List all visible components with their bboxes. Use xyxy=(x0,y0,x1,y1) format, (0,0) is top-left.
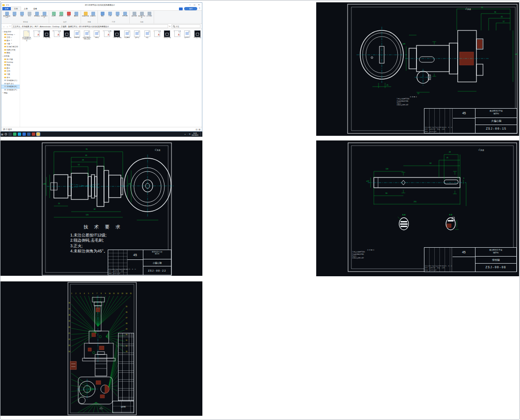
start-button[interactable]: ⊞ xyxy=(1,133,3,136)
ribbon-button[interactable]: 全部选择 xyxy=(131,11,138,21)
tray-icon[interactable]: ◌ xyxy=(187,133,188,135)
file-item[interactable]: 总装图.dwg xyxy=(193,30,202,38)
breadcrumb[interactable]: 主文件夹›本地磁盘 (E:)›用户›Administrator›Desktop›… xyxy=(12,24,168,28)
ribbon-button[interactable]: 复制路径 xyxy=(33,11,40,21)
ribbon-button[interactable]: 移动到 xyxy=(50,11,57,21)
window-titlebar[interactable]: ▾ ↻ 榨汁机研究设计及传动系统建模设计 – □ × xyxy=(1,3,202,7)
breadcrumb-item[interactable]: 大箱盖 xyxy=(61,25,67,28)
taskbar-app-browser[interactable] xyxy=(22,133,26,136)
file-item[interactable]: 榨汁机研究设计说明(必读).txt xyxy=(22,30,31,42)
sidebar-item[interactable]: 新建文件夹 xyxy=(1,48,20,52)
file-item[interactable]: A打包图.dwg xyxy=(32,30,41,32)
ribbon-button[interactable]: 复制到 xyxy=(58,11,65,21)
taskbar-app-explorer[interactable] xyxy=(37,133,40,136)
sidebar-section-header[interactable]: ∨此电脑 xyxy=(1,54,20,58)
sidebar-item[interactable]: 本地磁盘 (C:) xyxy=(1,79,20,82)
sidebar-item[interactable]: 文档✦ xyxy=(1,36,20,39)
sidebar-item[interactable]: 图片 xyxy=(1,66,20,70)
sidebar-item[interactable]: 视频 xyxy=(1,63,20,66)
thumbnail-view-icon[interactable]: ▦ xyxy=(199,128,201,131)
show-desktop-button[interactable] xyxy=(201,132,201,136)
file-item[interactable]: 小偏心轴.dwg xyxy=(112,30,122,38)
clock[interactable]: 10:25 2021/8/21 xyxy=(192,133,198,136)
sidebar-item[interactable]: 下载 xyxy=(1,73,20,76)
help-icon[interactable]: ? xyxy=(199,7,200,10)
ribbon-button[interactable]: 重命名 xyxy=(73,11,80,21)
list-view-icon[interactable]: ▤ xyxy=(195,128,197,131)
sidebar-item[interactable]: 软件 (D:) xyxy=(1,82,20,85)
maximize-button[interactable]: □ xyxy=(194,4,195,6)
ribbon-button[interactable]: 固定到快速访问 xyxy=(3,11,10,21)
breadcrumb-item[interactable]: 用户 xyxy=(35,25,38,28)
up-button[interactable]: ↑ xyxy=(9,25,11,28)
ribbon-button[interactable]: 历史记录 xyxy=(121,11,128,21)
sidebar-item[interactable]: 10.偏心轴文档 xyxy=(1,45,20,48)
ribbon-button[interactable]: 新建文件夹 xyxy=(82,11,89,21)
refresh-icon[interactable]: ↻ xyxy=(169,25,171,28)
back-button[interactable]: ← xyxy=(3,25,5,28)
taskbar-app-autocad[interactable] xyxy=(32,133,35,136)
sidebar-section-header[interactable]: ∨网络 xyxy=(1,91,20,95)
file-item[interactable]: 论文 xyxy=(142,30,152,38)
file-item[interactable]: A大偏心轴.dwg xyxy=(52,30,61,32)
ribbon-button[interactable]: 删除 xyxy=(65,11,72,21)
tab-home[interactable]: 主页 xyxy=(11,7,21,10)
breadcrumb-item[interactable]: Desktop xyxy=(52,25,59,28)
taskbar-app-wechat[interactable] xyxy=(13,133,16,136)
close-button[interactable]: × xyxy=(198,4,200,6)
tab-view[interactable]: 查看 xyxy=(30,7,40,10)
file-area[interactable]: 榨汁机研究设计说明(必读).txtA打包图.dwg打包图.dwgA大偏心轴.dw… xyxy=(20,29,202,127)
sidebar-item[interactable]: 图片✦ xyxy=(1,39,20,42)
login-button[interactable]: 登录 xyxy=(184,7,197,10)
breadcrumb-item[interactable]: 主文件夹 xyxy=(13,25,21,28)
ribbon-button[interactable]: 新建项目 xyxy=(89,11,97,21)
ribbon-button[interactable]: 编辑 xyxy=(114,11,121,21)
ribbon-button[interactable]: 剪切 xyxy=(26,11,33,21)
tab-file[interactable]: 文件 xyxy=(2,7,11,10)
breadcrumb-item[interactable]: 本地磁盘 (E:) xyxy=(22,25,33,28)
minimize-button[interactable]: – xyxy=(189,4,191,6)
file-item[interactable]: A装配图.dwg xyxy=(152,30,162,32)
sidebar-item[interactable]: 本地磁盘 (E:) xyxy=(1,85,20,88)
sidebar-item[interactable]: 3D 对象 xyxy=(1,58,20,61)
file-item[interactable]: 打包图.dwg xyxy=(42,30,52,38)
file-item[interactable]: 传动系统设计说明书(终) xyxy=(82,30,92,40)
breadcrumb-item[interactable]: 榨汁机研究设计及传动系统建模设计 xyxy=(79,25,109,28)
breadcrumb-item[interactable]: Administrator xyxy=(40,25,51,28)
breadcrumb-item[interactable]: 新建文件夹 xyxy=(68,25,77,28)
file-item[interactable]: 任务书 xyxy=(133,30,142,38)
file-item[interactable]: 开题报告 xyxy=(72,30,82,38)
file-item[interactable]: 说明书 xyxy=(92,30,102,38)
file-item[interactable]: 答辩PPT xyxy=(183,30,192,38)
ribbon-button[interactable]: 复制 xyxy=(11,11,18,21)
file-item[interactable]: A小偏心轴.dwg xyxy=(102,30,111,32)
ribbon-button[interactable]: 粘贴 xyxy=(18,11,25,21)
taskbar-app-qq[interactable] xyxy=(18,133,21,136)
tray-icon[interactable]: 中 xyxy=(189,133,191,135)
cortana-search-icon[interactable] xyxy=(5,133,7,135)
tray-icon[interactable]: ∧ xyxy=(185,133,186,135)
ribbon-button[interactable]: 打开 xyxy=(106,11,113,21)
forward-button[interactable]: → xyxy=(6,25,8,28)
sidebar-section-header[interactable]: ∨快速访问 xyxy=(1,30,20,33)
tray-icons[interactable]: ∧◌中 xyxy=(185,133,191,135)
tab-share[interactable]: 共享 xyxy=(21,7,30,10)
file-item[interactable]: 大偏心轴.dwg xyxy=(62,30,72,38)
sidebar-item[interactable]: 本地磁盘 (F:) xyxy=(1,88,20,91)
taskbar-app-task-view[interactable] xyxy=(8,133,12,136)
file-item[interactable]: 外文翻译 xyxy=(122,30,132,38)
cloud-app-icon[interactable] xyxy=(179,7,183,10)
sidebar-item[interactable]: 下载✦ xyxy=(1,42,20,45)
ribbon-button[interactable]: 反向选择 xyxy=(146,11,153,21)
search-input[interactable]: 搜索 xyxy=(171,24,201,28)
sidebar-item[interactable]: 音乐 xyxy=(1,76,20,79)
quick-access-toolbar[interactable]: ▾ ↻ xyxy=(6,4,9,6)
sidebar-item[interactable]: 文档 xyxy=(1,70,20,73)
ribbon-button[interactable]: 属性 xyxy=(99,11,106,21)
taskbar-app-word[interactable] xyxy=(27,133,30,136)
ribbon-button[interactable]: 全部取消选择 xyxy=(138,11,145,21)
sidebar-item[interactable]: 图纸 xyxy=(1,52,20,55)
file-item[interactable]: A传动轴.dwg xyxy=(172,30,182,32)
file-item[interactable]: 装配图.dwg xyxy=(163,30,172,38)
ribbon-button[interactable]: 粘贴快捷方式 xyxy=(41,11,48,21)
